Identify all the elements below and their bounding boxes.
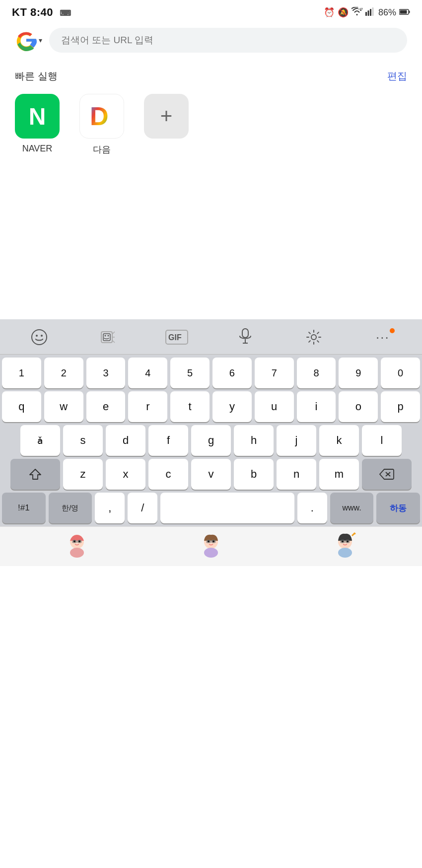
browser-content-area [0, 160, 422, 319]
key-b[interactable]: b [234, 459, 274, 490]
quick-item-daum[interactable]: D 다음 [79, 94, 124, 155]
keyboard-container: GIF ··· 1 2 3 4 [0, 319, 422, 566]
key-i[interactable]: i [297, 391, 336, 422]
key-f[interactable]: f [148, 425, 188, 456]
svg-rect-19 [242, 329, 248, 338]
key-3[interactable]: 3 [86, 358, 126, 388]
svg-point-26 [70, 548, 84, 558]
key-l[interactable]: l [362, 425, 402, 456]
space-key[interactable] [160, 493, 294, 523]
add-shortcut-icon: + [144, 94, 189, 139]
key-m[interactable]: m [319, 459, 359, 490]
key-1[interactable]: 1 [2, 358, 41, 388]
svg-rect-14 [103, 334, 110, 341]
key-w[interactable]: w [44, 391, 83, 422]
symbols-key[interactable]: !#1 [2, 493, 46, 523]
key-2[interactable]: 2 [44, 358, 83, 388]
gif-button[interactable]: GIF [162, 326, 192, 348]
key-x[interactable]: x [106, 459, 145, 490]
key-n[interactable]: n [277, 459, 316, 490]
google-logo[interactable]: ▾ [15, 29, 42, 51]
sticker-anime-2 [195, 531, 227, 563]
sticker-icon [99, 329, 116, 346]
quick-item-add[interactable]: + [144, 94, 189, 139]
key-4[interactable]: 4 [128, 358, 167, 388]
key-o[interactable]: o [339, 391, 378, 422]
emoji-icon [31, 329, 48, 346]
key-0[interactable]: 0 [381, 358, 420, 388]
key-9[interactable]: 9 [339, 358, 378, 388]
dropdown-arrow-icon[interactable]: ▾ [39, 36, 42, 44]
svg-rect-8 [400, 10, 407, 13]
key-k[interactable]: k [319, 425, 359, 456]
signal-icon [365, 7, 375, 18]
backspace-key[interactable] [362, 459, 412, 490]
sticker-3[interactable] [328, 529, 362, 564]
svg-point-10 [32, 330, 47, 345]
key-y[interactable]: y [212, 391, 252, 422]
sticker-1[interactable] [60, 529, 94, 564]
svg-point-16 [108, 335, 109, 337]
svg-rect-4 [370, 9, 371, 16]
gif-icon: GIF [165, 330, 188, 345]
key-comma[interactable]: , [95, 493, 125, 523]
bottom-row: !#1 한/영 , / . www. 하동 [2, 493, 420, 523]
settings-button[interactable] [299, 326, 329, 348]
sticker-anime-3 [329, 531, 361, 563]
action-key[interactable]: 하동 [376, 493, 420, 523]
www-key[interactable]: www. [330, 493, 374, 523]
key-slash[interactable]: / [128, 493, 157, 523]
qwerty-row: q w e r t y u i o p [2, 391, 420, 422]
key-5[interactable]: 5 [170, 358, 210, 388]
key-6[interactable]: 6 [212, 358, 252, 388]
quick-edit-button[interactable]: 편집 [387, 70, 407, 83]
quick-launch-title: 빠른 실행 [15, 70, 58, 83]
quick-launch-header: 빠른 실행 편집 [15, 70, 407, 83]
key-u[interactable]: u [255, 391, 294, 422]
key-j[interactable]: j [277, 425, 316, 456]
zxcv-row: z x c v b n m [2, 459, 420, 490]
key-7[interactable]: 7 [255, 358, 294, 388]
key-g[interactable]: g [191, 425, 231, 456]
sticker-bar [0, 526, 422, 566]
svg-point-12 [41, 335, 43, 337]
battery-icon [399, 7, 410, 18]
sticker-anime-1 [61, 531, 93, 563]
key-p[interactable]: p [381, 391, 420, 422]
svg-text:GIF: GIF [168, 333, 182, 342]
key-c[interactable]: c [148, 459, 188, 490]
key-t[interactable]: t [170, 391, 210, 422]
svg-point-22 [311, 335, 316, 340]
key-period[interactable]: . [297, 493, 327, 523]
key-a[interactable]: ǎ [20, 425, 60, 456]
keyboard-icon: ⌨ [60, 9, 71, 17]
key-z[interactable]: z [63, 459, 103, 490]
svg-point-15 [105, 335, 106, 337]
naver-label: NAVER [22, 144, 53, 154]
status-bar: KT 8:40 ⌨ ⏰ 🔕 HD [0, 0, 422, 23]
quick-launch-items: N NAVER D [15, 94, 407, 155]
key-8[interactable]: 8 [297, 358, 336, 388]
key-d[interactable]: d [106, 425, 145, 456]
key-h[interactable]: h [234, 425, 274, 456]
sticker-button[interactable] [93, 326, 123, 348]
language-key[interactable]: 한/영 [49, 493, 92, 523]
key-q[interactable]: q [2, 391, 41, 422]
daum-label: 다음 [93, 144, 111, 155]
sticker-2[interactable] [194, 529, 228, 564]
microphone-button[interactable] [230, 326, 260, 348]
emoji-button[interactable] [24, 326, 54, 348]
shift-key[interactable] [10, 459, 60, 490]
asdf-row: ǎ s d f g h j k l [2, 425, 420, 456]
mute-icon: 🔕 [338, 7, 349, 18]
quick-launch-section: 빠른 실행 편집 N NAVER [0, 60, 422, 160]
search-input[interactable] [49, 28, 407, 53]
quick-item-naver[interactable]: N NAVER [15, 94, 60, 154]
more-button[interactable]: ··· [368, 326, 398, 348]
key-s[interactable]: s [63, 425, 103, 456]
key-e[interactable]: e [86, 391, 126, 422]
google-icon [15, 29, 37, 51]
key-v[interactable]: v [191, 459, 231, 490]
shift-icon [29, 468, 42, 481]
key-r[interactable]: r [128, 391, 167, 422]
